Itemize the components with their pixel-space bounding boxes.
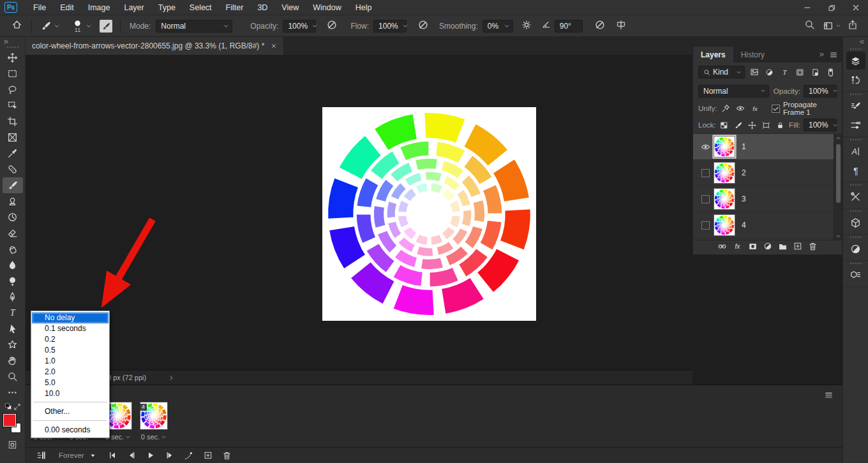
next-frame-button[interactable] xyxy=(161,449,178,462)
layer-thumbnail[interactable] xyxy=(714,136,735,158)
layer-row-1[interactable]: 1 xyxy=(693,134,842,160)
quick-mask-icon[interactable] xyxy=(8,440,17,450)
tool-type[interactable]: T xyxy=(3,305,23,321)
layer-row-4[interactable]: 4 xyxy=(693,212,842,239)
smoothing-select[interactable]: 0% xyxy=(483,20,513,33)
default-colors-icon[interactable] xyxy=(4,402,13,411)
canvas-area[interactable] xyxy=(26,55,692,370)
delay-option-0.5[interactable]: 0.5 xyxy=(32,345,108,356)
tool-object-selection[interactable] xyxy=(3,98,23,114)
menu-window[interactable]: Window xyxy=(306,0,348,15)
minimize-button[interactable] xyxy=(795,0,819,15)
visibility-toggle[interactable] xyxy=(697,169,714,177)
close-tab-button[interactable] xyxy=(271,43,277,49)
menu-help[interactable]: Help xyxy=(348,0,379,15)
tool-custom-shape[interactable] xyxy=(3,337,23,353)
dock-paragraph-button[interactable]: ¶ xyxy=(846,161,865,179)
tool-zoom[interactable] xyxy=(3,369,23,385)
filter-toggle[interactable] xyxy=(825,66,837,78)
dock-history-button[interactable] xyxy=(846,71,865,89)
tool-brush[interactable] xyxy=(3,177,23,193)
airbrush-icon[interactable] xyxy=(417,19,429,31)
toggle-brush-panel-button[interactable] xyxy=(100,20,112,33)
lock-paint-button[interactable] xyxy=(733,119,744,131)
tool-preset-picker[interactable] xyxy=(40,20,60,31)
tool-frame[interactable] xyxy=(3,129,23,145)
expand-toolbar-button[interactable] xyxy=(0,37,25,46)
frame-delay-select[interactable]: 0 sec. xyxy=(141,433,167,441)
collapse-dock-button[interactable] xyxy=(843,37,868,47)
menu-filter[interactable]: Filter xyxy=(219,0,251,15)
dock-3d-scene-button[interactable] xyxy=(846,266,865,284)
convert-timeline-button[interactable] xyxy=(33,449,50,462)
new-frame-button[interactable] xyxy=(200,449,216,462)
layers-scrollbar[interactable] xyxy=(834,134,842,240)
tool-move[interactable] xyxy=(3,50,23,66)
layer-name[interactable]: 3 xyxy=(742,195,746,203)
lock-all-button[interactable] xyxy=(775,119,786,131)
home-icon[interactable] xyxy=(11,19,22,30)
unify-position-button[interactable] xyxy=(720,102,731,115)
filter-image-button[interactable] xyxy=(748,66,760,78)
delay-option-1.0[interactable]: 1.0 xyxy=(32,356,108,367)
brush-preset-picker[interactable]: 11 xyxy=(73,18,82,33)
tool-history-brush[interactable] xyxy=(3,209,23,225)
tab-layers[interactable]: Layers xyxy=(693,47,733,62)
collapse-panel-icon[interactable] xyxy=(818,51,825,58)
new-group-button[interactable] xyxy=(778,242,788,254)
tool-eyedropper[interactable] xyxy=(3,145,23,161)
menu-3d[interactable]: 3D xyxy=(250,0,274,15)
filter-type-button[interactable]: T xyxy=(779,66,791,78)
menu-edit[interactable]: Edit xyxy=(53,0,81,15)
delay-current-value[interactable]: 0.00 seconds xyxy=(32,423,108,436)
workspace-switcher[interactable] xyxy=(823,20,841,31)
layer-thumbnail[interactable] xyxy=(714,214,735,236)
menu-select[interactable]: Select xyxy=(183,0,219,15)
flow-select[interactable]: 100% xyxy=(373,20,407,33)
new-layer-button[interactable] xyxy=(793,242,802,253)
delay-option-other[interactable]: Other... xyxy=(32,405,108,418)
delay-option-2.0[interactable]: 2.0 xyxy=(32,367,108,378)
status-options-button[interactable] xyxy=(168,374,175,381)
search-icon[interactable] xyxy=(804,19,815,30)
lock-transparency-button[interactable] xyxy=(719,119,730,131)
tab-history[interactable]: History xyxy=(733,47,772,62)
pressure-opacity-icon[interactable] xyxy=(326,19,338,31)
layer-name[interactable]: 2 xyxy=(742,168,746,177)
tool-dodge[interactable] xyxy=(3,273,23,289)
tool-hand[interactable] xyxy=(3,353,23,369)
delete-frame-button[interactable] xyxy=(219,449,236,462)
play-button[interactable] xyxy=(142,449,159,462)
tween-button[interactable] xyxy=(181,449,197,462)
delay-option-no-delay[interactable]: No delay xyxy=(32,312,108,323)
layer-opacity-select[interactable]: 100% xyxy=(804,85,837,98)
close-button[interactable] xyxy=(844,0,868,15)
blend-mode-select[interactable]: Normal xyxy=(698,85,769,98)
dock-brushes-button[interactable] xyxy=(846,116,865,134)
pressure-size-icon[interactable] xyxy=(594,19,606,31)
menu-layer[interactable]: Layer xyxy=(117,0,151,15)
previous-frame-button[interactable] xyxy=(123,449,140,462)
layer-thumbnail[interactable] xyxy=(714,188,735,210)
symmetry-icon[interactable] xyxy=(615,19,627,31)
propagate-checkbox[interactable] xyxy=(772,105,780,113)
lock-artboard-button[interactable] xyxy=(761,119,772,131)
layer-row-3[interactable]: 3 xyxy=(693,186,842,212)
filter-adjustment-button[interactable] xyxy=(763,66,775,78)
chevron-down-icon[interactable] xyxy=(86,23,92,29)
layer-name[interactable]: 4 xyxy=(742,221,746,230)
lock-position-button[interactable] xyxy=(747,119,758,131)
brush-angle-input[interactable]: 90° xyxy=(555,20,583,33)
menu-view[interactable]: View xyxy=(274,0,306,15)
tool-healing-brush[interactable] xyxy=(3,161,23,177)
dock-3d-button[interactable] xyxy=(846,214,865,231)
dock-layers-button[interactable] xyxy=(846,52,865,70)
adjustment-layer-button[interactable] xyxy=(763,242,772,253)
tool-lasso[interactable] xyxy=(3,82,23,98)
dock-adjustments-button[interactable] xyxy=(846,240,865,258)
dock-character-button[interactable]: A xyxy=(846,142,865,160)
dock-brush-settings-button[interactable] xyxy=(846,97,865,115)
layer-name[interactable]: 1 xyxy=(742,142,746,151)
visibility-toggle[interactable] xyxy=(697,195,714,203)
dock-tool-presets-button[interactable] xyxy=(846,187,865,205)
